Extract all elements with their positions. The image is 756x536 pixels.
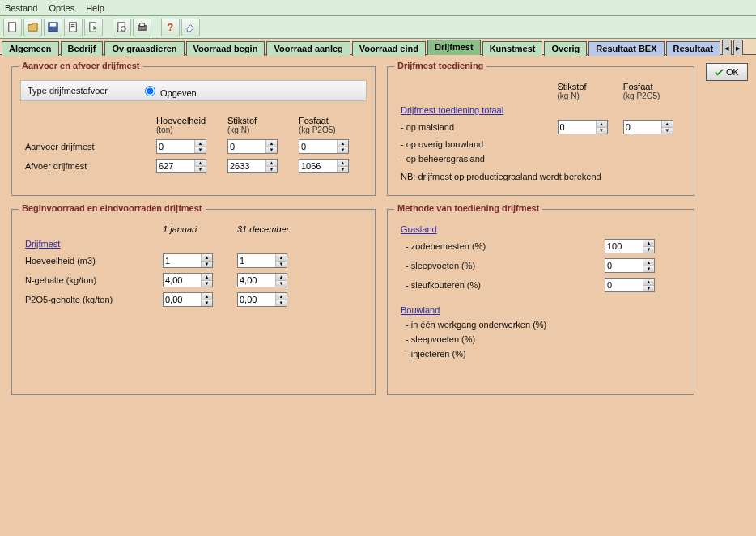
afvoer-hoeveelheid[interactable]: ▲▼ bbox=[156, 159, 206, 173]
group-toediening: Drijfmest toediening Stikstof(kg N) Fosf… bbox=[387, 66, 694, 196]
grasland-link[interactable]: Grasland bbox=[401, 224, 437, 234]
legend-voorraad: Beginvoorraad en eindvoorraden drijfmest bbox=[19, 203, 206, 213]
group-methode: Methode van toediening drijfmest Graslan… bbox=[387, 209, 694, 395]
p2o5-jan[interactable]: ▲▼ bbox=[163, 292, 213, 307]
save-icon[interactable] bbox=[44, 19, 62, 36]
type-drijfmest-radio[interactable] bbox=[145, 86, 155, 96]
svg-rect-11 bbox=[140, 23, 145, 27]
tab-scroll-left[interactable]: ◂ bbox=[722, 40, 732, 55]
row-sleepvoeten-b: - sleepvoeten (%) bbox=[397, 333, 600, 346]
hoeveelheid-dec[interactable]: ▲▼ bbox=[237, 253, 287, 268]
type-drijfmest-opgeven[interactable]: Opgeven bbox=[141, 83, 197, 98]
spin-down-icon[interactable]: ▼ bbox=[195, 147, 206, 154]
col-hoeveelheid: Hoeveelheid bbox=[156, 116, 219, 125]
toolbar: ? bbox=[0, 16, 756, 39]
row-ngehalte: N-gehalte (kg/ton) bbox=[22, 271, 158, 289]
tab-overig[interactable]: Overig bbox=[544, 41, 587, 56]
group-voorraad: Beginvoorraad en eindvoorraden drijfmest… bbox=[11, 209, 376, 395]
tab-voorraad-aanleg[interactable]: Voorraad aanleg bbox=[266, 41, 350, 56]
row-afvoer-label: Afvoer drijfmest bbox=[22, 157, 151, 175]
menubar: Bestand Opties Help bbox=[0, 0, 756, 16]
preview-icon[interactable] bbox=[113, 19, 131, 36]
tab-kunstmest[interactable]: Kunstmest bbox=[482, 41, 543, 56]
tab-resultaat-bex[interactable]: Resultaat BEX bbox=[588, 41, 664, 56]
voorraad-grid: 1 januari 31 december Drijfmest Hoeveelh… bbox=[20, 221, 308, 310]
ok-label: OK bbox=[726, 67, 739, 77]
new-icon[interactable] bbox=[3, 19, 22, 36]
hoeveelheid-jan[interactable]: ▲▼ bbox=[163, 253, 213, 268]
toediening-grid: Stikstof(kg N) Fosfaat(kg P2O5) Drijfmes… bbox=[396, 79, 686, 185]
aanvoer-grid: Hoeveelheid(ton) Stikstof(kg N) Fosfaat(… bbox=[20, 113, 367, 177]
main: OK Aanvoer en afvoer drijfmest Type drij… bbox=[0, 55, 756, 71]
menu-options[interactable]: Opties bbox=[49, 3, 74, 13]
help-icon[interactable]: ? bbox=[161, 19, 180, 36]
row-beheers: - op beheersgrasland bbox=[397, 152, 553, 165]
export-icon[interactable] bbox=[84, 19, 103, 36]
aanvoer-hoeveelheid[interactable]: ▲▼ bbox=[156, 139, 206, 154]
col-stikstof: Stikstof bbox=[227, 116, 291, 125]
row-hoeveelheid: Hoeveelheid (m3) bbox=[22, 252, 158, 270]
print-icon[interactable] bbox=[133, 19, 151, 36]
group-aanvoer-afvoer: Aanvoer en afvoer drijfmest Type drijfme… bbox=[11, 66, 376, 196]
row-sleufkouteren: - sleufkouteren (%) bbox=[397, 276, 600, 294]
tab-scroll-right[interactable]: ▸ bbox=[733, 40, 743, 55]
row-bouwland: - op overig bouwland bbox=[397, 138, 553, 151]
tab-bedrijf[interactable]: Bedrijf bbox=[61, 41, 104, 56]
type-drijfmest-label: Type drijfmestafvoer bbox=[28, 86, 141, 96]
zodebemesten-value[interactable]: ▲▼ bbox=[605, 239, 655, 253]
row-injecteren: - injecteren (%) bbox=[397, 347, 600, 360]
erase-icon[interactable] bbox=[181, 19, 200, 36]
aanvoer-stikstof[interactable]: ▲▼ bbox=[227, 139, 278, 154]
p2o5-dec[interactable]: ▲▼ bbox=[237, 292, 287, 307]
type-drijfmestafvoer-bar: Type drijfmestafvoer Opgeven bbox=[20, 80, 367, 101]
legend-methode: Methode van toediening drijfmest bbox=[394, 203, 542, 213]
tab-ovgraasdieren[interactable]: Ov graasdieren bbox=[104, 41, 184, 56]
svg-rect-0 bbox=[9, 23, 15, 32]
sleepvoeten-g-value[interactable]: ▲▼ bbox=[605, 258, 655, 273]
svg-rect-2 bbox=[50, 23, 57, 27]
ngehalte-dec[interactable]: ▲▼ bbox=[237, 273, 287, 287]
col-jan: 1 januari bbox=[159, 223, 232, 236]
row-p2o5gehalte: P2O5-gehalte (kg/ton) bbox=[22, 291, 158, 308]
legend-toediening: Drijfmest toediening bbox=[394, 61, 486, 70]
toediening-totaal-link[interactable]: Drijfmest toediening totaal bbox=[401, 105, 503, 115]
row-onderwerken: - in één werkgang onderwerken (%) bbox=[397, 318, 600, 331]
tab-voorraad-eind[interactable]: Voorraad eind bbox=[352, 41, 426, 56]
legend-aanvoer: Aanvoer en afvoer drijfmest bbox=[19, 61, 143, 70]
afvoer-stikstof[interactable]: ▲▼ bbox=[227, 159, 278, 173]
col-dec: 31 december bbox=[234, 223, 307, 236]
row-maisland: - op maisland bbox=[397, 118, 553, 136]
maisland-fosfaat[interactable]: ▲▼ bbox=[623, 120, 673, 134]
svg-rect-3 bbox=[70, 23, 76, 32]
open-icon[interactable] bbox=[23, 19, 42, 36]
document-icon[interactable] bbox=[64, 19, 83, 36]
ngehalte-jan[interactable]: ▲▼ bbox=[163, 273, 213, 287]
nb-text: NB: drijfmest op productiegrasland wordt… bbox=[397, 167, 684, 183]
afvoer-fosfaat[interactable]: ▲▼ bbox=[299, 159, 349, 173]
check-icon bbox=[715, 68, 724, 77]
row-zodebemesten: - zodebemesten (%) bbox=[397, 237, 600, 255]
menu-file[interactable]: Bestand bbox=[5, 3, 37, 13]
drijfmest-link[interactable]: Drijfmest bbox=[25, 239, 60, 249]
spin-up-icon[interactable]: ▲ bbox=[195, 140, 206, 147]
svg-text:?: ? bbox=[168, 22, 173, 33]
bouwland-link[interactable]: Bouwland bbox=[401, 305, 440, 315]
menu-help[interactable]: Help bbox=[86, 3, 104, 13]
ok-button[interactable]: OK bbox=[706, 63, 748, 81]
tab-algemeen[interactable]: Algemeen bbox=[2, 41, 59, 56]
row-sleepvoeten-g: - sleepvoeten (%) bbox=[397, 257, 600, 274]
tabstrip: Algemeen Bedrijf Ov graasdieren Voorraad… bbox=[0, 39, 756, 55]
col-fosfaat: Fosfaat bbox=[299, 116, 362, 125]
tab-voorraad-begin[interactable]: Voorraad begin bbox=[186, 41, 265, 56]
sleufkouteren-value[interactable]: ▲▼ bbox=[605, 278, 655, 292]
tab-resultaat[interactable]: Resultaat bbox=[666, 41, 721, 56]
row-aanvoer-label: Aanvoer drijfmest bbox=[22, 138, 151, 155]
methode-grid: Grasland - zodebemesten (%) ▲▼ - sleepvo… bbox=[396, 221, 668, 362]
aanvoer-fosfaat[interactable]: ▲▼ bbox=[299, 139, 349, 154]
tab-drijfmest[interactable]: Drijfmest bbox=[427, 40, 481, 55]
maisland-stikstof[interactable]: ▲▼ bbox=[558, 120, 608, 134]
